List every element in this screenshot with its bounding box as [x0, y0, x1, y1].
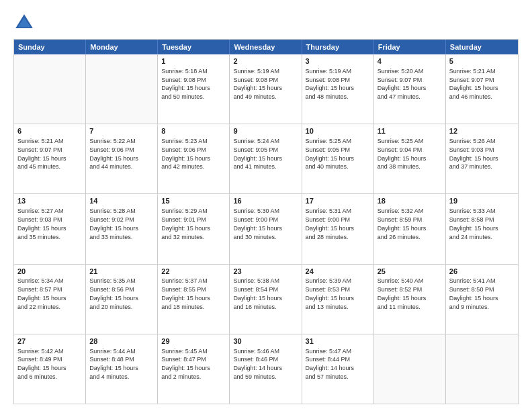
day-cell-7: 7Sunrise: 5:22 AM Sunset: 9:06 PM Daylig… — [86, 124, 158, 193]
day-number: 29 — [161, 336, 226, 347]
day-number: 1 — [161, 56, 226, 66]
day-number: 21 — [89, 267, 154, 277]
day-cell-21: 21Sunrise: 5:35 AM Sunset: 8:56 PM Dayli… — [86, 265, 158, 334]
day-info: Sunrise: 5:42 AM Sunset: 8:49 PM Dayligh… — [17, 348, 66, 380]
day-info: Sunrise: 5:31 AM Sunset: 9:00 PM Dayligh… — [306, 208, 355, 240]
calendar-header: SundayMondayTuesdayWednesdayThursdayFrid… — [14, 40, 518, 54]
day-cell-30: 30Sunrise: 5:46 AM Sunset: 8:46 PM Dayli… — [230, 334, 302, 404]
day-cell-19: 19Sunrise: 5:33 AM Sunset: 8:58 PM Dayli… — [446, 194, 518, 263]
empty-cell — [446, 334, 518, 404]
day-cell-18: 18Sunrise: 5:32 AM Sunset: 8:59 PM Dayli… — [374, 194, 446, 263]
day-number: 17 — [306, 196, 370, 206]
day-cell-13: 13Sunrise: 5:27 AM Sunset: 9:03 PM Dayli… — [14, 194, 86, 263]
day-cell-5: 5Sunrise: 5:21 AM Sunset: 9:07 PM Daylig… — [446, 54, 518, 124]
calendar-body: 1Sunrise: 5:18 AM Sunset: 9:08 PM Daylig… — [14, 54, 518, 404]
header-day-saturday: Saturday — [446, 40, 518, 54]
header-day-wednesday: Wednesday — [230, 40, 302, 54]
day-cell-28: 28Sunrise: 5:44 AM Sunset: 8:48 PM Dayli… — [86, 334, 158, 404]
day-info: Sunrise: 5:33 AM Sunset: 8:58 PM Dayligh… — [449, 208, 498, 240]
day-info: Sunrise: 5:28 AM Sunset: 9:02 PM Dayligh… — [89, 208, 138, 240]
day-cell-15: 15Sunrise: 5:29 AM Sunset: 9:01 PM Dayli… — [158, 194, 230, 263]
day-number: 31 — [306, 336, 370, 347]
day-number: 2 — [233, 56, 298, 66]
day-cell-26: 26Sunrise: 5:41 AM Sunset: 8:50 PM Dayli… — [446, 265, 518, 334]
day-number: 9 — [233, 126, 298, 136]
day-number: 15 — [161, 196, 226, 206]
header-day-monday: Monday — [86, 40, 158, 54]
logo-icon — [13, 12, 35, 34]
day-info: Sunrise: 5:23 AM Sunset: 9:06 PM Dayligh… — [161, 138, 210, 170]
day-info: Sunrise: 5:26 AM Sunset: 9:03 PM Dayligh… — [449, 138, 498, 170]
day-number: 3 — [306, 56, 370, 66]
empty-cell — [374, 334, 446, 404]
day-cell-4: 4Sunrise: 5:20 AM Sunset: 9:07 PM Daylig… — [374, 54, 446, 124]
day-info: Sunrise: 5:40 AM Sunset: 8:52 PM Dayligh… — [378, 277, 427, 310]
day-cell-1: 1Sunrise: 5:18 AM Sunset: 9:08 PM Daylig… — [158, 54, 230, 124]
day-info: Sunrise: 5:46 AM Sunset: 8:46 PM Dayligh… — [233, 348, 282, 380]
day-cell-29: 29Sunrise: 5:45 AM Sunset: 8:47 PM Dayli… — [158, 334, 230, 404]
day-number: 18 — [378, 196, 442, 206]
day-cell-14: 14Sunrise: 5:28 AM Sunset: 9:02 PM Dayli… — [86, 194, 158, 263]
day-info: Sunrise: 5:41 AM Sunset: 8:50 PM Dayligh… — [449, 277, 498, 310]
day-number: 24 — [306, 267, 370, 277]
day-number: 26 — [449, 267, 515, 277]
day-cell-8: 8Sunrise: 5:23 AM Sunset: 9:06 PM Daylig… — [158, 124, 230, 193]
day-number: 5 — [449, 56, 515, 66]
day-cell-23: 23Sunrise: 5:38 AM Sunset: 8:54 PM Dayli… — [230, 265, 302, 334]
day-cell-16: 16Sunrise: 5:30 AM Sunset: 9:00 PM Dayli… — [230, 194, 302, 263]
logo — [13, 12, 38, 34]
page: SundayMondayTuesdayWednesdayThursdayFrid… — [0, 0, 532, 411]
empty-cell — [14, 54, 86, 124]
day-cell-2: 2Sunrise: 5:19 AM Sunset: 9:08 PM Daylig… — [230, 54, 302, 124]
day-cell-22: 22Sunrise: 5:37 AM Sunset: 8:55 PM Dayli… — [158, 265, 230, 334]
day-number: 30 — [233, 336, 298, 347]
day-cell-9: 9Sunrise: 5:24 AM Sunset: 9:05 PM Daylig… — [230, 124, 302, 193]
calendar: SundayMondayTuesdayWednesdayThursdayFrid… — [13, 39, 519, 404]
day-info: Sunrise: 5:38 AM Sunset: 8:54 PM Dayligh… — [233, 277, 282, 310]
day-info: Sunrise: 5:24 AM Sunset: 9:05 PM Dayligh… — [233, 138, 282, 170]
day-info: Sunrise: 5:39 AM Sunset: 8:53 PM Dayligh… — [306, 277, 355, 310]
day-info: Sunrise: 5:34 AM Sunset: 8:57 PM Dayligh… — [17, 277, 66, 310]
day-info: Sunrise: 5:44 AM Sunset: 8:48 PM Dayligh… — [89, 348, 138, 380]
day-cell-31: 31Sunrise: 5:47 AM Sunset: 8:44 PM Dayli… — [302, 334, 374, 404]
day-number: 14 — [89, 196, 154, 206]
day-cell-27: 27Sunrise: 5:42 AM Sunset: 8:49 PM Dayli… — [14, 334, 86, 404]
week-row-4: 20Sunrise: 5:34 AM Sunset: 8:57 PM Dayli… — [14, 265, 518, 334]
day-number: 28 — [89, 336, 154, 347]
day-number: 25 — [378, 267, 442, 277]
day-info: Sunrise: 5:45 AM Sunset: 8:47 PM Dayligh… — [161, 348, 210, 380]
day-cell-6: 6Sunrise: 5:21 AM Sunset: 9:07 PM Daylig… — [14, 124, 86, 193]
day-info: Sunrise: 5:18 AM Sunset: 9:08 PM Dayligh… — [161, 68, 210, 100]
day-number: 20 — [17, 267, 82, 277]
day-info: Sunrise: 5:20 AM Sunset: 9:07 PM Dayligh… — [378, 68, 427, 100]
day-number: 4 — [378, 56, 442, 66]
day-number: 8 — [161, 126, 226, 136]
day-number: 27 — [17, 336, 82, 347]
header-day-thursday: Thursday — [302, 40, 374, 54]
header-day-tuesday: Tuesday — [158, 40, 230, 54]
header-day-sunday: Sunday — [14, 40, 86, 54]
week-row-1: 1Sunrise: 5:18 AM Sunset: 9:08 PM Daylig… — [14, 54, 518, 124]
day-cell-24: 24Sunrise: 5:39 AM Sunset: 8:53 PM Dayli… — [302, 265, 374, 334]
day-info: Sunrise: 5:19 AM Sunset: 9:08 PM Dayligh… — [306, 68, 355, 100]
day-number: 22 — [161, 267, 226, 277]
week-row-3: 13Sunrise: 5:27 AM Sunset: 9:03 PM Dayli… — [14, 194, 518, 264]
day-number: 12 — [449, 126, 515, 136]
empty-cell — [86, 54, 158, 124]
day-cell-3: 3Sunrise: 5:19 AM Sunset: 9:08 PM Daylig… — [302, 54, 374, 124]
day-info: Sunrise: 5:21 AM Sunset: 9:07 PM Dayligh… — [17, 138, 66, 170]
day-number: 19 — [449, 196, 515, 206]
day-info: Sunrise: 5:21 AM Sunset: 9:07 PM Dayligh… — [449, 68, 498, 100]
day-number: 6 — [17, 126, 82, 136]
header-day-friday: Friday — [374, 40, 446, 54]
day-number: 23 — [233, 267, 298, 277]
day-cell-17: 17Sunrise: 5:31 AM Sunset: 9:00 PM Dayli… — [302, 194, 374, 263]
week-row-2: 6Sunrise: 5:21 AM Sunset: 9:07 PM Daylig… — [14, 124, 518, 194]
day-info: Sunrise: 5:32 AM Sunset: 8:59 PM Dayligh… — [378, 208, 427, 240]
day-number: 11 — [378, 126, 442, 136]
day-cell-12: 12Sunrise: 5:26 AM Sunset: 9:03 PM Dayli… — [446, 124, 518, 193]
header — [13, 12, 519, 34]
week-row-5: 27Sunrise: 5:42 AM Sunset: 8:49 PM Dayli… — [14, 334, 518, 404]
day-number: 16 — [233, 196, 298, 206]
day-info: Sunrise: 5:19 AM Sunset: 9:08 PM Dayligh… — [233, 68, 282, 100]
